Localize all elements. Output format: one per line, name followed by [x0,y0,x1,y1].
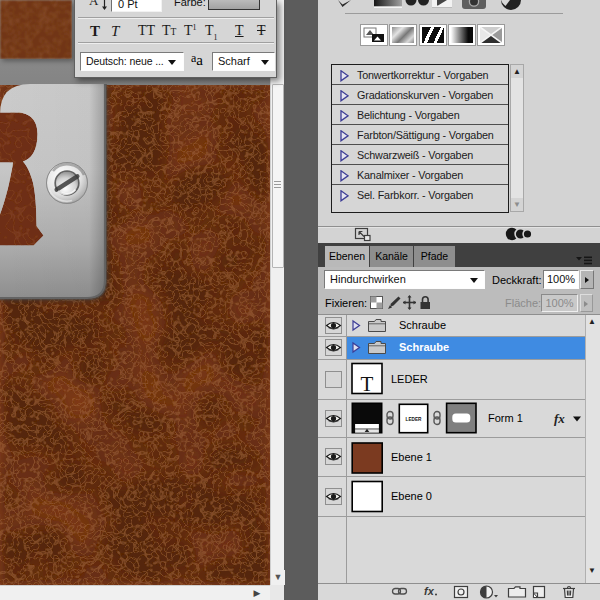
svg-text:LEDER: LEDER [406,417,423,422]
svg-text:fx: fx [424,585,435,597]
svg-text:T: T [361,372,374,396]
svg-text:fx: fx [554,411,565,426]
